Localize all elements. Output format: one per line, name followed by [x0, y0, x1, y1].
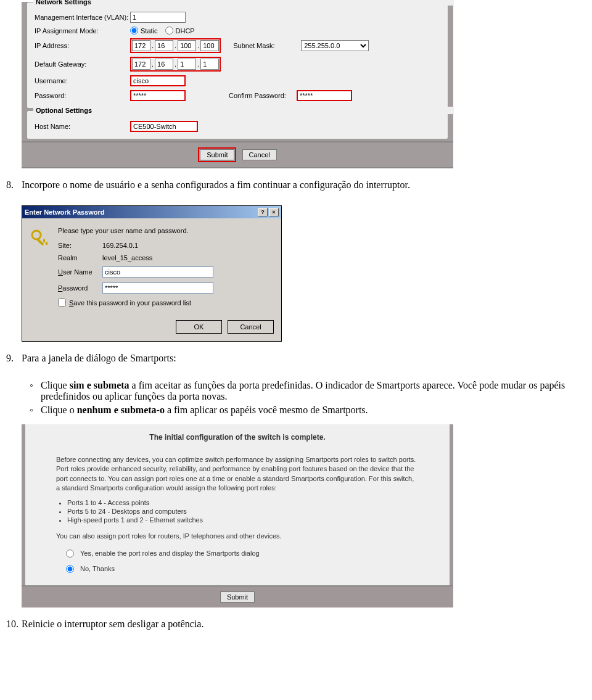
label-confirm: Confirm Password: [229, 92, 297, 99]
list-item: Ports 1 to 4 - Access points [67, 498, 419, 507]
vlan-input[interactable] [130, 12, 186, 23]
svg-point-0 [32, 231, 41, 239]
label-gateway: Default Gateway: [35, 60, 130, 68]
dialog-title: Enter Network Password [25, 208, 257, 216]
password-input[interactable] [130, 90, 186, 101]
cancel-button[interactable]: Cancel [242, 149, 277, 160]
close-button[interactable]: × [269, 208, 279, 216]
gw-oct1[interactable] [132, 59, 150, 70]
key-icon [30, 228, 49, 248]
item9-sub2-text: Clique o nenhum e submeta-o a fim aplica… [41, 405, 592, 416]
cancel-button[interactable]: Cancel [228, 320, 274, 334]
label-password: Password: [35, 92, 130, 99]
label-username: Username: [35, 77, 130, 84]
gateway-group: . . . [130, 57, 221, 72]
instruction-8: 8. Incorpore o nome de usuário e a senha… [0, 179, 592, 194]
instruction-9: 9. Para a janela de diálogo de Smartport… [0, 353, 592, 368]
instruction-9-sub2: ◦ Clique o nenhum e submeta-o a fim apli… [30, 403, 592, 417]
subnet-select[interactable]: 255.255.0.0 [301, 40, 369, 51]
item10-num: 10. [6, 619, 22, 630]
svg-rect-3 [46, 242, 47, 245]
value-realm: level_15_access [102, 254, 152, 261]
radio-static[interactable] [130, 27, 138, 35]
label-username: User Name [58, 268, 102, 276]
ip-oct1[interactable] [132, 40, 150, 51]
radio-static-label: Static [141, 27, 158, 35]
ok-button[interactable]: OK [176, 320, 222, 334]
gw-oct3[interactable] [178, 59, 196, 70]
smartports-port-list: Ports 1 to 4 - Access points Ports 5 to … [67, 498, 419, 524]
radio-dhcp[interactable] [165, 27, 173, 35]
radio-dhcp-label: DHCP [176, 27, 195, 35]
submit-highlight: Submit [198, 147, 236, 162]
network-settings-panel: Network Settings Management Interface (V… [22, 2, 453, 168]
item9-num: 9. [6, 353, 22, 364]
ip-address-group: . . . [130, 38, 221, 53]
username-input[interactable] [130, 75, 186, 86]
smartports-para1: Before connecting any devices, you can o… [56, 455, 419, 493]
smartports-para2: You can also assign port roles for route… [56, 532, 419, 541]
hostname-input[interactable] [130, 121, 198, 132]
ip-oct2[interactable] [155, 40, 173, 51]
password-field[interactable] [102, 282, 213, 294]
label-vlan: Management Interface (VLAN): [35, 14, 130, 21]
radio-yes-label: Yes, enable the port roles and display t… [80, 550, 260, 557]
radio-yes[interactable] [66, 550, 74, 558]
value-site: 169.254.0.1 [102, 242, 138, 249]
legend-optional: Optional Settings [33, 107, 454, 114]
instruction-9-sub1: ◦ Clique sim e submeta a fim aceitar as … [30, 379, 592, 403]
item10-text: Reinicie o interruptor sem desligar a po… [22, 619, 592, 630]
item9-sub1-text: Clique sim e submeta a fim aceitar as fu… [41, 380, 592, 402]
optional-settings-fieldset: Optional Settings Host Name: [27, 110, 448, 139]
save-password-label: Save this password in your password list [69, 299, 191, 307]
username-field[interactable] [102, 266, 213, 278]
item8-num: 8. [6, 179, 22, 191]
gw-oct4[interactable] [200, 59, 219, 70]
label-ipaddr: IP Address: [35, 42, 130, 49]
radio-no[interactable] [66, 565, 74, 573]
label-realm: Realm [58, 254, 102, 261]
bullet-icon: ◦ [30, 380, 41, 402]
password-dialog: Enter Network Password ? × Please type y… [22, 205, 282, 342]
label-ipmode: IP Assignment Mode: [35, 27, 130, 35]
submit-button[interactable]: Submit [200, 149, 234, 160]
title-bar: Enter Network Password ? × [22, 206, 281, 218]
smartports-title: The initial configuration of the switch … [56, 433, 419, 442]
smartports-button-bar: Submit [22, 585, 453, 607]
legend-network: Network Settings [33, 0, 454, 6]
network-settings-fieldset: Network Settings Management Interface (V… [27, 2, 448, 109]
help-button[interactable]: ? [258, 208, 268, 216]
label-hostname: Host Name: [35, 123, 130, 130]
item8-text: Incorpore o nome de usuário e a senha co… [22, 179, 592, 191]
submit-button[interactable]: Submit [220, 591, 255, 603]
ip-oct4[interactable] [200, 40, 219, 51]
gw-oct2[interactable] [155, 59, 173, 70]
ip-oct3[interactable] [178, 40, 196, 51]
item9-text: Para a janela de diálogo de Smartports: [22, 353, 592, 364]
list-item: High-speed ports 1 and 2 - Ethernet swit… [67, 516, 419, 524]
svg-rect-2 [43, 239, 45, 242]
radio-no-label: No, Thanks [80, 565, 115, 572]
button-bar: Submit Cancel [22, 141, 453, 168]
label-subnet: Subnet Mask: [233, 42, 301, 49]
svg-rect-1 [36, 238, 44, 246]
bullet-icon: ◦ [30, 405, 41, 416]
label-password: Password [58, 284, 102, 292]
confirm-input[interactable] [297, 90, 352, 101]
dialog-prompt: Please type your user name and password. [58, 227, 274, 234]
instruction-10: 10. Reinicie o interruptor sem desligar … [0, 619, 592, 633]
smartports-panel: The initial configuration of the switch … [22, 424, 453, 607]
save-password-checkbox[interactable] [58, 299, 66, 307]
label-site: Site: [58, 242, 102, 249]
list-item: Ports 5 to 24 - Desktops and computers [67, 507, 419, 516]
